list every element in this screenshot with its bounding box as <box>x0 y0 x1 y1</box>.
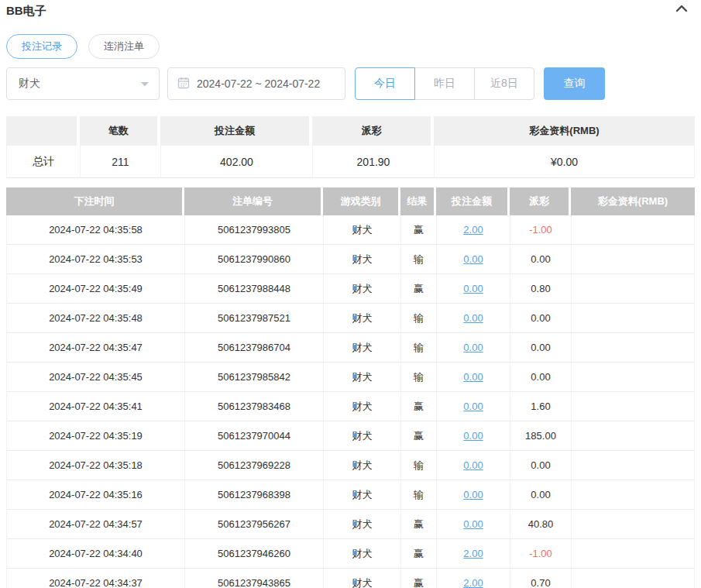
summary-header-row: 笔数 投注金额 派彩 彩金资料(RMB) <box>6 116 695 146</box>
tab-bar: 投注记录 连消注单 <box>6 34 701 59</box>
cell-game-type: 财犬 <box>324 274 401 303</box>
summary-total-label: 总计 <box>7 146 81 177</box>
table-row: 2024-07-22 04:34:40 5061237946260 财犬 赢 2… <box>7 539 694 569</box>
cell-order-number: 5061237988448 <box>185 274 324 303</box>
cell-bet-amount: 0.00 <box>437 333 510 362</box>
cell-game-type: 财犬 <box>324 451 401 480</box>
date-range-picker[interactable]: 2024-07-22 ~ 2024-07-22 <box>167 67 345 100</box>
cell-game-type: 财犬 <box>324 539 401 568</box>
search-button[interactable]: 查询 <box>544 67 605 100</box>
bet-amount-link[interactable]: 2.00 <box>463 548 483 559</box>
cell-bet-amount: 0.00 <box>437 304 510 332</box>
cell-order-number: 5061237987521 <box>185 304 324 332</box>
cell-bet-time: 2024-07-22 04:35:58 <box>7 215 185 244</box>
cell-bet-amount: 0.00 <box>437 245 510 273</box>
cell-jackpot <box>572 392 694 421</box>
cell-game-type: 财犬 <box>324 215 401 244</box>
cell-order-number: 5061237983468 <box>185 392 324 421</box>
cell-bet-amount: 0.00 <box>437 392 510 421</box>
cell-bet-time: 2024-07-22 04:35:41 <box>7 392 185 421</box>
summary-total-row: 总计 211 402.00 201.90 ¥0.00 <box>6 146 695 178</box>
cell-payout: 185.00 <box>510 421 572 450</box>
today-button[interactable]: 今日 <box>355 67 415 100</box>
cell-payout: -1.00 <box>510 215 572 244</box>
cell-bet-amount: 0.00 <box>437 274 510 303</box>
cell-bet-time: 2024-07-22 04:35:16 <box>7 480 185 509</box>
bet-records-panel: BB电子 投注记录 连消注单 财犬 <box>0 0 701 588</box>
search-button-label: 查询 <box>564 77 586 91</box>
table-row: 2024-07-22 04:35:45 5061237985842 财犬 输 0… <box>7 363 694 392</box>
summary-total-bet-amount: 402.00 <box>161 146 313 177</box>
header-jackpot: 彩金资料(RMB) <box>571 187 695 215</box>
cell-payout: 0.00 <box>510 363 572 391</box>
cell-jackpot <box>572 421 694 450</box>
header-game-type: 游戏类别 <box>323 187 400 215</box>
cell-payout: 1.60 <box>510 392 572 421</box>
summary-total-jackpot: ¥0.00 <box>435 146 694 177</box>
bet-amount-link[interactable]: 0.00 <box>463 312 483 324</box>
cell-order-number: 5061237956267 <box>185 510 324 538</box>
chevron-down-icon <box>140 77 149 90</box>
cell-game-type: 财犬 <box>324 569 401 588</box>
tab-bet-records[interactable]: 投注记录 <box>6 34 77 59</box>
collapse-button[interactable] <box>673 3 690 17</box>
bet-amount-link[interactable]: 0.00 <box>463 489 483 500</box>
cell-game-type: 财犬 <box>324 421 401 450</box>
cell-bet-time: 2024-07-22 04:34:40 <box>7 539 185 568</box>
last-8-days-button-label: 近8日 <box>490 77 518 91</box>
cell-payout: 0.00 <box>510 304 572 332</box>
cell-bet-time: 2024-07-22 04:34:57 <box>7 510 185 538</box>
cell-result: 输 <box>401 333 437 362</box>
table-row: 2024-07-22 04:35:41 5061237983468 财犬 赢 0… <box>7 392 694 421</box>
cell-order-number: 5061237990860 <box>185 245 324 273</box>
table-row: 2024-07-22 04:35:48 5061237987521 财犬 输 0… <box>7 304 694 333</box>
cell-bet-amount: 0.00 <box>437 363 510 391</box>
bets-table: 下注时间 注单编号 游戏类别 结果 投注金额 派彩 彩金资料(RMB) 2024… <box>6 187 695 588</box>
panel-header: BB电子 <box>0 0 701 19</box>
bets-table-body: 2024-07-22 04:35:58 5061237993805 财犬 赢 2… <box>6 215 695 588</box>
bet-amount-link[interactable]: 0.00 <box>463 430 483 442</box>
summary-total-count: 211 <box>81 146 161 177</box>
cell-result: 输 <box>401 363 437 391</box>
cell-result: 赢 <box>401 539 437 568</box>
cell-bet-amount: 0.00 <box>437 480 510 509</box>
bet-amount-link[interactable]: 2.00 <box>463 577 483 588</box>
bet-amount-link[interactable]: 0.00 <box>463 518 483 530</box>
header-payout: 派彩 <box>510 187 571 215</box>
summary-total-payout: 201.90 <box>313 146 435 177</box>
cell-jackpot <box>572 451 694 480</box>
cell-jackpot <box>572 363 694 391</box>
cell-order-number: 5061237943865 <box>185 569 324 588</box>
cell-result: 输 <box>401 480 437 509</box>
last-8-days-button[interactable]: 近8日 <box>474 67 534 100</box>
yesterday-button[interactable]: 昨日 <box>414 67 475 100</box>
cell-result: 输 <box>401 304 437 332</box>
cell-result: 赢 <box>401 392 437 421</box>
table-row: 2024-07-22 04:35:19 5061237970044 财犬 赢 0… <box>7 421 694 451</box>
quick-date-button-group: 今日 昨日 近8日 <box>355 67 534 100</box>
cell-bet-time: 2024-07-22 04:35:49 <box>7 274 185 303</box>
cell-payout: -1.00 <box>510 539 572 568</box>
summary-header-jackpot: 彩金资料(RMB) <box>434 116 695 146</box>
today-button-label: 今日 <box>374 77 396 91</box>
bet-amount-link[interactable]: 0.00 <box>463 371 483 383</box>
cell-game-type: 财犬 <box>324 245 401 273</box>
bet-amount-link[interactable]: 0.00 <box>463 401 483 412</box>
cell-order-number: 5061237986704 <box>185 333 324 362</box>
cell-result: 赢 <box>401 215 437 244</box>
cell-bet-time: 2024-07-22 04:35:53 <box>7 245 185 273</box>
cell-payout: 0.80 <box>510 274 572 303</box>
cell-payout: 0.70 <box>510 569 572 588</box>
game-select[interactable]: 财犬 <box>6 67 160 100</box>
cell-jackpot <box>572 539 694 568</box>
bet-amount-link[interactable]: 0.00 <box>463 459 483 471</box>
bet-amount-link[interactable]: 0.00 <box>463 342 483 353</box>
cell-game-type: 财犬 <box>324 480 401 509</box>
bet-amount-link[interactable]: 0.00 <box>463 253 483 265</box>
tab-cancelled-orders[interactable]: 连消注单 <box>88 34 160 59</box>
tab-label: 连消注单 <box>104 40 144 53</box>
bet-amount-link[interactable]: 0.00 <box>463 283 483 294</box>
summary-header-count: 笔数 <box>80 116 160 146</box>
cell-bet-amount: 0.00 <box>437 451 510 480</box>
bet-amount-link[interactable]: 2.00 <box>463 224 483 236</box>
